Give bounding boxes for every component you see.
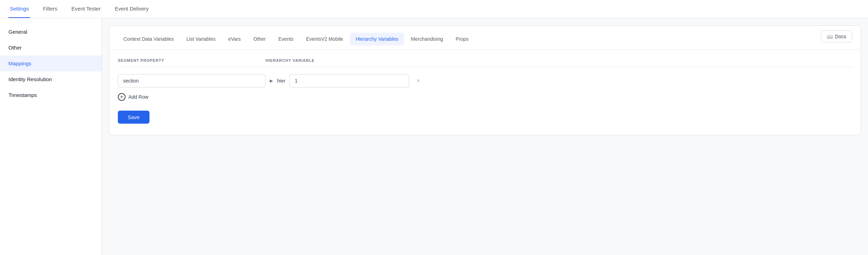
sidebar-item-other[interactable]: Other (0, 40, 102, 55)
add-row-label: Add Row (128, 94, 148, 100)
tab-settings[interactable]: Settings (8, 0, 30, 18)
tab-eventsv2-mobile[interactable]: EventsV2 Mobile (300, 33, 349, 45)
sidebar-item-general[interactable]: General (0, 24, 102, 40)
book-icon: 📖 (827, 34, 833, 39)
mapping-row: ▶ hier × (118, 67, 852, 87)
sidebar-item-timestamps[interactable]: Timestamps (0, 87, 102, 103)
add-circle-icon: + (118, 93, 126, 101)
tab-event-tester[interactable]: Event Tester (70, 0, 102, 18)
col-header-hierarchy: HIERARCHY VARIABLE (266, 58, 315, 63)
hier-label: hier (277, 78, 285, 84)
docs-label: Docs (835, 34, 846, 39)
content-area: Context Data Variables List Variables eV… (102, 18, 868, 255)
remove-row-button[interactable]: × (413, 76, 423, 86)
content-panel: Context Data Variables List Variables eV… (109, 25, 861, 135)
tab-events[interactable]: Events (273, 33, 299, 45)
mappings-area: SEGMENT PROPERTY HIERARCHY VARIABLE ▶ hi… (109, 50, 861, 135)
docs-button[interactable]: 📖 Docs (821, 31, 852, 42)
arrow-right-icon: ▶ (270, 78, 273, 83)
save-button[interactable]: Save (118, 111, 149, 124)
sidebar-item-mappings[interactable]: Mappings (0, 55, 102, 71)
sidebar: General Other Mappings Identity Resoluti… (0, 18, 102, 255)
sidebar-item-identity-resolution[interactable]: Identity Resolution (0, 71, 102, 87)
add-row-button[interactable]: + Add Row (118, 87, 852, 101)
tab-hierarchy-variables[interactable]: Hierarchy Variables (350, 33, 404, 45)
tab-merchandising[interactable]: Merchandising (406, 33, 449, 45)
tab-other[interactable]: Other (248, 33, 272, 45)
save-section: Save (118, 101, 852, 126)
tab-list-variables[interactable]: List Variables (181, 33, 221, 45)
app-container: Settings Filters Event Tester Event Deli… (0, 0, 868, 255)
segment-property-input[interactable] (118, 74, 266, 87)
hierarchy-variable-input[interactable] (289, 74, 409, 87)
col-header-segment: SEGMENT PROPERTY (118, 58, 266, 63)
top-nav: Settings Filters Event Tester Event Deli… (0, 0, 868, 18)
sub-nav: Context Data Variables List Variables eV… (109, 26, 861, 50)
tab-props[interactable]: Props (450, 33, 474, 45)
tab-filters[interactable]: Filters (42, 0, 59, 18)
tab-event-delivery[interactable]: Event Delivery (113, 0, 150, 18)
tab-evars[interactable]: eVars (223, 33, 247, 45)
main-layout: General Other Mappings Identity Resoluti… (0, 18, 868, 255)
mappings-header: SEGMENT PROPERTY HIERARCHY VARIABLE (118, 58, 852, 67)
tab-context-data-variables[interactable]: Context Data Variables (118, 33, 179, 45)
